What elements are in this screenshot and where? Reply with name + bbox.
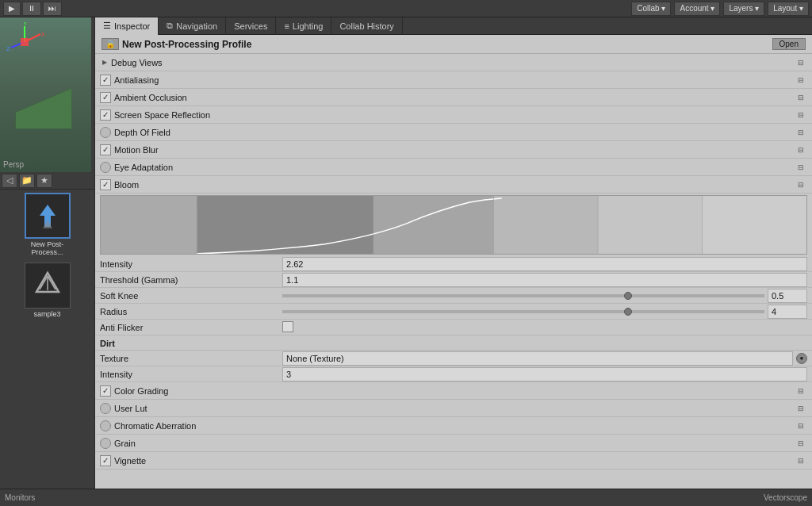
- collab-history-tab-label: Collab History: [339, 21, 393, 31]
- scene-view: X Y Z Persp: [0, 17, 91, 172]
- section-ambient-occlusion[interactable]: Ambient Occlusion ⊟: [95, 89, 812, 106]
- soft-knee-label: Soft Knee: [100, 291, 282, 301]
- bloom-radius-row: Radius: [95, 304, 812, 320]
- lighting-tab-icon: ≡: [284, 21, 289, 31]
- dirt-intensity-input[interactable]: [282, 367, 807, 381]
- asset-item-new-post-process[interactable]: New Post-Process...: [3, 193, 91, 256]
- lighting-tab-label: Lighting: [293, 21, 324, 31]
- sidebar-folder-btn[interactable]: 📁: [19, 174, 35, 188]
- vignette-check[interactable]: [100, 455, 111, 466]
- user-lut-menu[interactable]: ⊟: [795, 402, 807, 415]
- grain-menu[interactable]: ⊟: [795, 437, 807, 450]
- section-depth-of-field[interactable]: Depth Of Field ⊟: [95, 124, 812, 141]
- bloom-soft-knee-row: Soft Knee: [95, 288, 812, 304]
- soft-knee-slider[interactable]: [282, 294, 764, 297]
- ssr-menu[interactable]: ⊟: [795, 109, 807, 121]
- section-chromatic-aberration[interactable]: Chromatic Aberration ⊟: [95, 417, 812, 435]
- section-motion-blur[interactable]: Motion Blur ⊟: [95, 141, 812, 159]
- soft-knee-number[interactable]: [768, 289, 807, 303]
- account-button[interactable]: Account ▾: [674, 2, 720, 16]
- depth-of-field-check[interactable]: [100, 127, 111, 138]
- bloom-label: Bloom: [114, 180, 795, 190]
- section-eye-adaptation[interactable]: Eye Adaptation ⊟: [95, 159, 812, 176]
- bloom-graph: Brightness Response (linear): [100, 195, 807, 255]
- layout-button[interactable]: Layout ▾: [768, 2, 809, 16]
- collab-button[interactable]: Collab ▾: [631, 2, 671, 16]
- tab-lighting[interactable]: ≡ Lighting: [276, 17, 331, 35]
- antialiasing-check[interactable]: [100, 75, 111, 86]
- pause-button[interactable]: ⏸: [22, 2, 41, 16]
- svg-text:Z: Z: [6, 45, 10, 52]
- user-lut-check[interactable]: [100, 403, 111, 414]
- color-grading-menu[interactable]: ⊟: [795, 385, 807, 397]
- chromatic-aberration-menu[interactable]: ⊟: [795, 420, 807, 432]
- bloom-threshold-row: Threshold (Gamma): [95, 272, 812, 288]
- sidebar-back-btn[interactable]: ◁: [2, 174, 17, 188]
- grain-label: Grain: [114, 439, 795, 448]
- ambient-occlusion-check[interactable]: [100, 92, 111, 103]
- top-toolbar: ▶ ⏸ ⏭ Collab ▾ Account ▾ Layers ▾ Layout…: [0, 0, 812, 17]
- antialiasing-label: Antialiasing: [114, 75, 795, 85]
- motion-blur-label: Motion Blur: [114, 145, 795, 155]
- vignette-menu[interactable]: ⊟: [795, 454, 807, 467]
- chromatic-aberration-check[interactable]: [100, 420, 111, 431]
- inspector-header: 🔒 New Post-Processing Profile Open: [95, 35, 812, 54]
- svg-rect-21: [598, 196, 702, 255]
- ambient-occlusion-label: Ambient Occlusion: [114, 93, 795, 102]
- tab-services[interactable]: Services: [226, 17, 276, 35]
- intensity-input[interactable]: [282, 257, 807, 271]
- section-grain[interactable]: Grain ⊟: [95, 435, 812, 452]
- ambient-occlusion-menu[interactable]: ⊟: [795, 91, 807, 104]
- ssr-check[interactable]: [100, 109, 111, 121]
- layers-button[interactable]: Layers ▾: [723, 2, 764, 16]
- dirt-texture-input[interactable]: [282, 351, 793, 366]
- threshold-value: [282, 273, 807, 287]
- chromatic-aberration-label: Chromatic Aberration: [114, 421, 795, 431]
- debug-views-menu[interactable]: ⊟: [795, 56, 807, 69]
- asset-area: New Post-Process... sample3: [0, 190, 94, 489]
- svg-rect-19: [373, 196, 494, 255]
- section-antialiasing[interactable]: Antialiasing ⊟: [95, 71, 812, 89]
- inspector-lock-button[interactable]: 🔒: [102, 38, 119, 50]
- depth-of-field-menu[interactable]: ⊟: [795, 126, 807, 139]
- section-vignette[interactable]: Vignette ⊟: [95, 452, 812, 470]
- motion-blur-check[interactable]: [100, 144, 111, 155]
- color-grading-label: Color Grading: [114, 386, 795, 396]
- motion-blur-menu[interactable]: ⊟: [795, 144, 807, 156]
- eye-adaptation-menu[interactable]: ⊟: [795, 161, 807, 174]
- tab-collab-history[interactable]: Collab History: [331, 17, 402, 35]
- antialiasing-menu[interactable]: ⊟: [795, 74, 807, 86]
- svg-rect-20: [494, 196, 598, 255]
- section-debug-views[interactable]: ▶ Debug Views ⊟: [95, 54, 812, 71]
- open-button[interactable]: Open: [772, 38, 806, 50]
- dirt-texture-row: Texture ●: [95, 351, 812, 366]
- dirt-texture-dot[interactable]: ●: [796, 353, 807, 364]
- bloom-check[interactable]: [100, 179, 111, 190]
- bottom-spacer: [95, 470, 812, 489]
- section-bloom[interactable]: Bloom ⊟: [95, 176, 812, 194]
- grain-check[interactable]: [100, 438, 111, 449]
- tab-inspector[interactable]: ☰ Inspector: [95, 17, 159, 35]
- tab-navigation[interactable]: ⧉ Navigation: [159, 17, 226, 35]
- section-color-grading[interactable]: Color Grading ⊟: [95, 382, 812, 400]
- step-button[interactable]: ⏭: [43, 2, 62, 16]
- eye-adaptation-check[interactable]: [100, 162, 111, 173]
- sidebar-star-btn[interactable]: ★: [36, 174, 52, 188]
- color-grading-check[interactable]: [100, 385, 111, 397]
- inspector-title: New Post-Processing Profile: [122, 39, 772, 50]
- inspector-content[interactable]: ▶ Debug Views ⊟ Antialiasing ⊟ Ambient O…: [95, 54, 812, 489]
- anti-flicker-checkbox[interactable]: [282, 321, 293, 332]
- asset-item-sample3[interactable]: sample3: [3, 263, 91, 318]
- bloom-intensity-row: Intensity: [95, 256, 812, 272]
- top-right-controls: Collab ▾ Account ▾ Layers ▾ Layout ▾: [631, 2, 809, 16]
- radius-number[interactable]: [768, 305, 807, 319]
- debug-views-arrow: ▶: [100, 58, 109, 67]
- radius-slider[interactable]: [282, 310, 764, 313]
- section-screen-space-reflection[interactable]: Screen Space Reflection ⊟: [95, 106, 812, 124]
- sidebar-toolbar: ◁ 📁 ★: [0, 172, 94, 190]
- inspector-panel: ☰ Inspector ⧉ Navigation Services ≡ Ligh…: [95, 17, 812, 489]
- bloom-menu[interactable]: ⊟: [795, 178, 807, 191]
- play-button[interactable]: ▶: [3, 2, 21, 16]
- threshold-input[interactable]: [282, 273, 807, 287]
- section-user-lut[interactable]: User Lut ⊟: [95, 400, 812, 417]
